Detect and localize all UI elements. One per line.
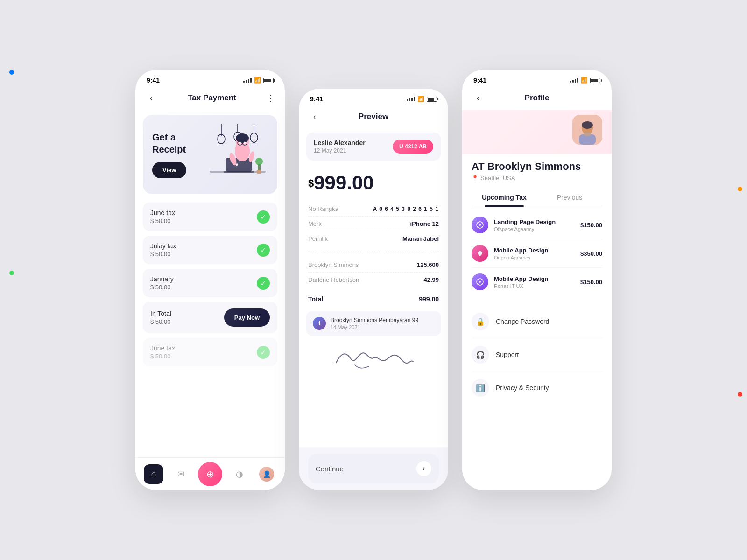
status-bar-right: 9:41 📶 — [462, 70, 612, 88]
svg-point-19 — [244, 142, 246, 144]
settings-label-password: Change Password — [496, 318, 549, 325]
pay-now-button[interactable]: Pay Now — [224, 308, 270, 327]
info-icon: ℹ️ — [472, 379, 489, 397]
nav-header-left: ‹ Tax Payment ⋮ — [135, 88, 285, 110]
check-icon: ✓ — [257, 210, 270, 224]
svg-point-28 — [582, 121, 593, 129]
user-name: Leslie Alexander — [314, 139, 366, 147]
tax-entry-3: Mobile App Design Ronas IT UX $150.00 — [472, 268, 602, 296]
location-pin-icon: 📍 — [472, 175, 479, 182]
bar4 — [577, 78, 578, 83]
back-button-right[interactable]: ‹ — [472, 91, 485, 105]
bar4 — [414, 97, 415, 101]
check-icon: ✓ — [257, 277, 270, 290]
receipt-value: 125.600 — [417, 261, 439, 268]
bottom-nav: ⌂ ✉ ⊕ ◑ 👤 — [135, 457, 285, 490]
status-icons-right: 📶 — [570, 77, 600, 84]
nav-qr[interactable]: ⊕ — [198, 462, 222, 486]
page-title-right: Profile — [525, 93, 550, 103]
entry-amount-1: $150.00 — [580, 222, 602, 229]
receipt-divider — [308, 252, 439, 252]
dot-5 — [9, 70, 14, 75]
settings-item-password[interactable]: 🔒 Change Password — [472, 305, 602, 338]
status-bar-center: 9:41 📶 — [299, 89, 448, 106]
tab-upcoming-tax[interactable]: Upcoming Tax — [472, 189, 537, 206]
location-text: Seattle, USA — [480, 175, 515, 182]
bar2 — [572, 80, 574, 83]
tax-item-amount: $ 50.00 — [150, 251, 176, 258]
nav-mail[interactable]: ✉ — [171, 464, 190, 484]
profile-location: 📍 Seattle, USA — [472, 175, 602, 182]
receipt-row-merk: Merk iPhone 12 — [308, 217, 439, 231]
profile-header-bg — [462, 110, 612, 154]
receipt-value: 42.99 — [423, 276, 439, 283]
bar4 — [250, 78, 252, 83]
signature-svg — [327, 344, 420, 372]
price-display: $999.00 — [299, 164, 448, 198]
avatar — [572, 115, 602, 145]
receipt-label: Pemilik — [308, 235, 328, 242]
status-icons-center: 📶 — [407, 96, 437, 102]
signal-icon-center — [407, 97, 415, 101]
back-button-left[interactable]: ‹ — [145, 91, 158, 105]
svg-rect-22 — [257, 170, 261, 174]
status-time-left: 9:41 — [147, 77, 160, 84]
signature-area — [299, 339, 448, 377]
svg-point-18 — [239, 142, 241, 144]
tax-item-name: January — [150, 275, 174, 283]
back-button-center[interactable]: ‹ — [308, 110, 321, 123]
tax-list: June tax $ 50.00 ✓ Julay tax $ 50.00 ✓ J… — [135, 199, 285, 375]
battery-icon — [263, 78, 274, 83]
settings-label-privacy: Privacy & Security — [496, 384, 549, 392]
svg-point-21 — [255, 158, 263, 165]
phone-profile: 9:41 📶 ‹ Profile — [462, 70, 612, 490]
banner-text: Get a Receipt View — [152, 131, 207, 178]
receipt-details-bottom: Brooklyn Simmons 125.600 Darlene Roberts… — [299, 254, 448, 291]
receipt-total-row: Total 999.00 — [299, 291, 448, 308]
receipt-row-darlene: Darlene Robertson 42.99 — [308, 273, 439, 287]
entry-sub-1: Ofspace Ageancy — [494, 226, 556, 232]
receipt-illustration: ♥ — [207, 124, 268, 185]
status-icons-left: 📶 — [243, 77, 274, 84]
wifi-icon: 📶 — [254, 77, 261, 84]
more-button-left[interactable]: ⋮ — [266, 92, 275, 104]
dot-3 — [738, 392, 742, 397]
user-badge: U 4812 AB — [393, 140, 433, 154]
continue-btn-area: Continue › — [299, 447, 448, 490]
price-amount: 999.00 — [314, 172, 374, 194]
bar2 — [409, 98, 410, 101]
status-bar-left: 9:41 📶 — [135, 70, 285, 88]
entry-sub-3: Ronas IT UX — [494, 283, 549, 289]
signal-icon-right — [570, 78, 578, 83]
entry-name-3: Mobile App Design — [494, 275, 549, 282]
total-label: Total — [308, 295, 323, 303]
view-button[interactable]: View — [152, 162, 186, 178]
continue-button[interactable]: Continue › — [308, 454, 439, 483]
bar2 — [246, 80, 247, 83]
phone-preview: 9:41 📶 ‹ Preview Leslie Alexander — [299, 89, 448, 490]
tax-item-amount: $ 50.00 — [150, 318, 171, 325]
profile-name: AT Brooklyn Simmons — [472, 161, 602, 173]
settings-item-support[interactable]: 🎧 Support — [472, 338, 602, 371]
entry-icon-3 — [472, 273, 488, 290]
receipt-label: Brooklyn Simmons — [308, 261, 359, 268]
entry-sub-2: Origon Ageancy — [494, 255, 549, 260]
entry-amount-2: $350.00 — [580, 250, 602, 257]
tax-item-june: June tax $ 50.00 ✓ — [143, 203, 277, 231]
tax-item-intotal: In Total $ 50.00 Pay Now — [143, 302, 277, 333]
tax-item-amount: $ 50.00 — [150, 353, 175, 360]
avatar-container — [472, 115, 602, 145]
tax-item-name: In Total — [150, 310, 171, 317]
check-icon: ✓ — [257, 346, 270, 359]
nav-home[interactable]: ⌂ — [144, 464, 163, 484]
bar3 — [575, 79, 576, 83]
settings-item-privacy[interactable]: ℹ️ Privacy & Security — [472, 371, 602, 404]
receipt-label: Merk — [308, 220, 322, 227]
price-currency: $ — [308, 177, 314, 189]
tax-item-name: June tax — [150, 209, 175, 217]
tab-previous[interactable]: Previous — [537, 189, 602, 206]
nav-chart[interactable]: ◑ — [230, 464, 249, 484]
info-box: ℹ Brooklyn Simmons Pembayaran 99 14 May … — [306, 311, 441, 336]
nav-user[interactable]: 👤 — [257, 464, 276, 484]
continue-arrow-icon: › — [416, 461, 431, 476]
